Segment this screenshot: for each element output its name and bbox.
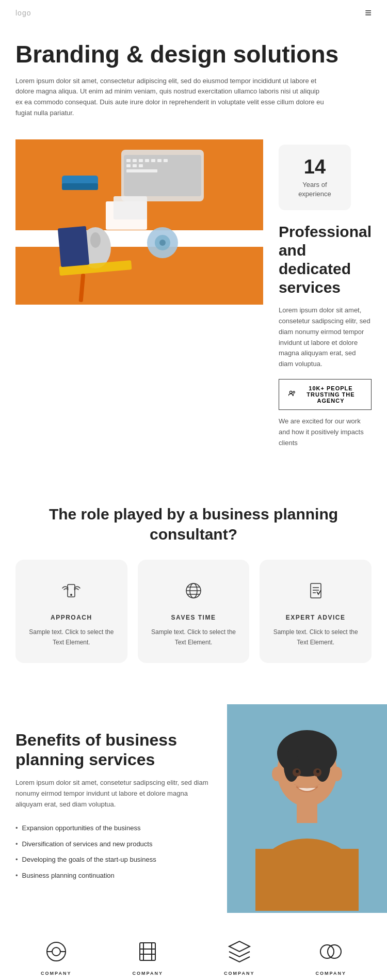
benefits-description: Lorem ipsum dolor sit amet, consetetur s… xyxy=(15,778,212,810)
trust-caption: We are excited for our work and how it p… xyxy=(279,416,372,448)
hero-title: Branding & design solutions xyxy=(15,41,372,68)
svg-rect-2 xyxy=(126,159,131,162)
benefits-left: Benefits of business planning services L… xyxy=(0,704,227,913)
globe-icon xyxy=(148,580,239,606)
svg-rect-3 xyxy=(133,159,137,162)
list-item: •Diversification of services and new pro… xyxy=(15,836,212,852)
card-saves-time-text: Sample text. Click to select the Text El… xyxy=(148,627,239,647)
stats-description: Lorem ipsum dolor sit amet, consetetur s… xyxy=(279,305,372,370)
svg-rect-10 xyxy=(133,164,137,167)
logo: logo xyxy=(15,9,31,17)
svg-rect-11 xyxy=(139,164,143,167)
header: logo ≡ xyxy=(0,0,387,26)
svg-point-45 xyxy=(315,751,330,782)
logo-company-4: COMPANY xyxy=(316,939,346,976)
svg-point-17 xyxy=(159,240,166,246)
list-item: •Business planning continuation xyxy=(15,868,212,884)
stats-right: 14 Years ofexperience Professional and d… xyxy=(279,139,372,458)
card-expert-advice-text: Sample text. Click to select the Text El… xyxy=(270,627,361,647)
svg-point-31 xyxy=(71,594,72,595)
svg-rect-27 xyxy=(58,226,89,267)
mobile-icon xyxy=(26,580,117,606)
trust-button[interactable]: 10K+ PEOPLE TRUSTING THE AGENCY xyxy=(279,379,372,410)
svg-rect-26 xyxy=(59,139,119,176)
stats-label: Years ofexperience xyxy=(294,180,335,199)
stats-number: 14 xyxy=(294,156,335,178)
svg-rect-54 xyxy=(255,849,359,911)
logos-section: COMPANY COMPANY COMPANY xyxy=(0,913,387,980)
card-expert-advice: EXPERT ADVICE Sample text. Click to sele… xyxy=(260,560,372,662)
role-section: The role played by a business planning c… xyxy=(0,478,387,678)
svg-rect-20 xyxy=(79,274,86,302)
card-expert-advice-title: EXPERT ADVICE xyxy=(270,614,361,621)
svg-rect-8 xyxy=(164,159,168,162)
trust-button-label: 10K+ PEOPLE TRUSTING THE AGENCY xyxy=(300,385,362,404)
card-approach-title: APPROACH xyxy=(26,614,117,621)
hero-section: Branding & design solutions Lorem ipsum … xyxy=(0,26,387,129)
logo-company-1: COMPANY xyxy=(41,939,71,976)
card-approach: APPROACH Sample text. Click to select th… xyxy=(15,560,127,662)
svg-point-47 xyxy=(332,767,342,781)
svg-rect-7 xyxy=(157,159,162,162)
logo-icon-1 xyxy=(43,939,69,968)
svg-rect-12 xyxy=(126,169,157,172)
stats-section: 14 Years ofexperience Professional and d… xyxy=(0,129,387,479)
svg-rect-37 xyxy=(311,583,321,598)
svg-point-51 xyxy=(316,770,319,773)
svg-rect-52 xyxy=(297,802,317,823)
svg-point-28 xyxy=(289,391,292,394)
logo-icon-4 xyxy=(318,939,344,968)
logo-label-3: COMPANY xyxy=(224,971,254,976)
svg-point-14 xyxy=(90,232,101,248)
logo-label-1: COMPANY xyxy=(41,971,71,976)
logo-company-2: COMPANY xyxy=(133,939,163,976)
card-approach-text: Sample text. Click to select the Text El… xyxy=(26,627,117,647)
svg-rect-9 xyxy=(126,164,131,167)
list-item: •Expansion opportunities of the business xyxy=(15,820,212,836)
benefits-heading: Benefits of business planning services xyxy=(15,730,212,770)
benefits-image xyxy=(227,704,387,913)
benefits-list: •Expansion opportunities of the business… xyxy=(15,820,212,884)
svg-point-50 xyxy=(296,770,299,773)
svg-rect-59 xyxy=(140,943,155,960)
logo-label-4: COMPANY xyxy=(316,971,346,976)
list-item: •Developing the goals of the start-up bu… xyxy=(15,852,212,868)
svg-point-46 xyxy=(272,767,282,781)
logo-icon-3 xyxy=(227,939,252,968)
logo-company-3: COMPANY xyxy=(224,939,254,976)
role-heading: The role played by a business planning c… xyxy=(15,504,372,544)
svg-rect-4 xyxy=(139,159,143,162)
stats-heading: Professional and dedicated services xyxy=(279,223,372,297)
people-icon xyxy=(288,390,296,399)
list-check-icon xyxy=(270,580,361,606)
hamburger-menu-icon[interactable]: ≡ xyxy=(365,7,372,19)
hero-image xyxy=(15,139,263,305)
hero-description: Lorem ipsum dolor sit amet, consectetur … xyxy=(15,76,325,119)
svg-rect-6 xyxy=(151,159,155,162)
svg-rect-24 xyxy=(114,196,147,219)
card-saves-time: SAVES TIME Sample text. Click to select … xyxy=(138,560,250,662)
svg-point-29 xyxy=(293,391,295,393)
cards-grid: APPROACH Sample text. Click to select th… xyxy=(15,560,372,662)
svg-rect-5 xyxy=(145,159,149,162)
benefits-section: Benefits of business planning services L… xyxy=(0,704,387,913)
svg-point-44 xyxy=(284,751,299,782)
svg-point-56 xyxy=(52,947,60,956)
logo-label-2: COMPANY xyxy=(133,971,163,976)
svg-rect-22 xyxy=(62,183,98,190)
card-saves-time-title: SAVES TIME xyxy=(148,614,239,621)
logo-icon-2 xyxy=(135,939,160,968)
stats-badge: 14 Years ofexperience xyxy=(279,145,351,210)
